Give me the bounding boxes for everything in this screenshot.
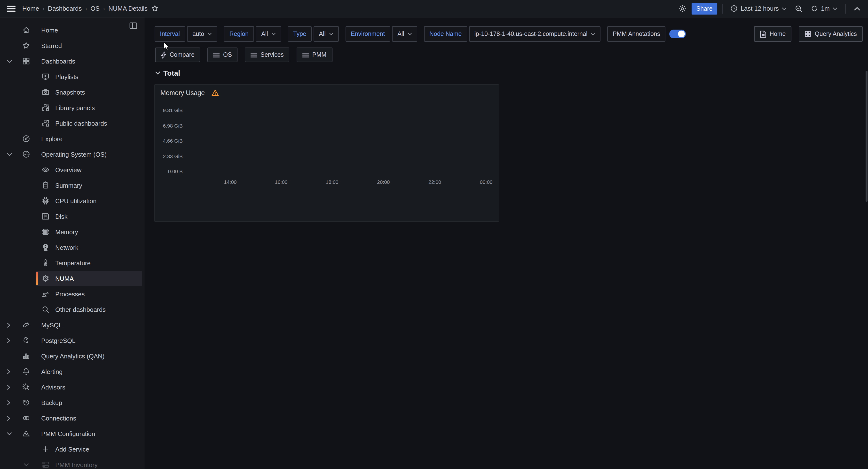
sidebar-item-overview[interactable]: Overview	[0, 162, 144, 177]
section-row-total[interactable]: Total	[155, 69, 180, 77]
top-nav: Home›Dashboards›OS›NUMA Details Share La…	[0, 0, 868, 18]
axis-tick-label: 14:00	[224, 179, 241, 185]
chevron-right-icon	[7, 415, 12, 421]
axis-tick-label: 6.98 GiB	[157, 122, 183, 128]
sidebar-item-label: Network	[55, 244, 78, 251]
sidebar-item-other-dashboards[interactable]: Other dashboards	[0, 302, 144, 317]
sidebar-item-starred[interactable]: Starred	[0, 38, 144, 53]
sidebar-item-query-analytics-qan[interactable]: Query Analytics (QAN)	[0, 348, 144, 364]
link-button-compare[interactable]: Compare	[155, 48, 200, 62]
pmm-annotations-toggle[interactable]	[669, 30, 686, 38]
thermometer-icon	[42, 259, 50, 267]
links-toolbar: CompareOSServicesPMM	[155, 48, 332, 62]
dashboard-links: HomeQuery Analytics	[754, 26, 863, 42]
zoom-out-icon[interactable]	[793, 2, 805, 15]
sidebar-item-mysql[interactable]: MySQL	[0, 317, 144, 333]
star-dashboard-icon[interactable]	[149, 2, 161, 15]
sidebar-item-operating-system-os[interactable]: Operating System (OS)	[0, 146, 144, 162]
sidebar-item-memory[interactable]: Memory	[0, 224, 144, 240]
variable-label-interval[interactable]: Interval	[155, 26, 185, 42]
postgres-icon	[22, 336, 30, 344]
sidebar-item-label: Alerting	[41, 368, 63, 375]
sidebar-item-snapshots[interactable]: Snapshots	[0, 84, 144, 100]
variable-value-type[interactable]: All	[314, 26, 339, 42]
sidebar-item-pmm-configuration[interactable]: PMM Configuration	[0, 426, 144, 441]
link-button-os[interactable]: OS	[208, 48, 238, 62]
inventory-icon	[42, 461, 50, 469]
breadcrumb-item[interactable]: NUMA Details	[108, 5, 148, 12]
variable-value-node-name[interactable]: ip-10-178-1-40.us-east-2.compute.interna…	[469, 26, 600, 42]
breadcrumb-item[interactable]: OS	[91, 5, 100, 12]
sidebar-item-numa[interactable]: NUMA	[0, 271, 144, 286]
menu-toggle-icon[interactable]	[5, 2, 18, 15]
sidebar-item-home[interactable]: Home	[0, 22, 144, 38]
clock-icon	[731, 5, 738, 12]
variable-label-environment[interactable]: Environment	[346, 26, 390, 42]
variable-label-type[interactable]: Type	[288, 26, 312, 42]
scrollbar-thumb[interactable]	[866, 71, 868, 202]
clipboard-icon	[42, 181, 50, 189]
refresh-picker[interactable]: 1m	[808, 4, 840, 12]
share-button[interactable]: Share	[691, 3, 717, 14]
sidebar-item-processes[interactable]: Processes	[0, 286, 144, 302]
variable-current-value: All	[319, 31, 326, 37]
sidebar-item-summary[interactable]: Summary	[0, 177, 144, 193]
sidebar-item-explore[interactable]: Explore	[0, 131, 144, 146]
sidebar-item-label: Advisors	[41, 383, 65, 391]
sidebar-item-playlists[interactable]: Playlists	[0, 69, 144, 84]
sidebar-item-temperature[interactable]: Temperature	[0, 255, 144, 271]
sidebar-item-pmm-inventory[interactable]: PMM Inventory	[0, 457, 144, 469]
sidebar-item-add-service[interactable]: Add Service	[0, 441, 144, 457]
sidebar-item-advisors[interactable]: Advisors	[0, 379, 144, 395]
query-analytics-button[interactable]: Query Analytics	[799, 26, 863, 42]
time-range-picker[interactable]: Last 12 hours	[727, 4, 789, 12]
home-icon	[22, 26, 30, 34]
dock-menu-icon[interactable]	[126, 22, 140, 30]
playlist-icon	[42, 73, 50, 81]
sidebar-item-label: Starred	[41, 42, 62, 49]
sidebar-item-backup[interactable]: Backup	[0, 395, 144, 410]
axis-tick-label: 0.00 B	[157, 168, 183, 174]
sidebar-item-public-dashboards[interactable]: Public dashboards	[0, 115, 144, 131]
sidebar-item-alerting[interactable]: Alerting	[0, 364, 144, 379]
home-dashboard-button[interactable]: Home	[754, 26, 792, 42]
axis-tick-label: 22:00	[428, 179, 446, 185]
variable-value-interval[interactable]: auto	[187, 26, 217, 42]
sidebar-item-label: PostgreSQL	[41, 337, 75, 344]
variable-value-environment[interactable]: All	[392, 26, 417, 42]
link-button-pmm[interactable]: PMM	[297, 48, 332, 62]
sidebar-item-label: Connections	[41, 414, 76, 422]
chevron-right-icon	[7, 338, 12, 343]
breadcrumb-item[interactable]: Dashboards	[48, 5, 82, 12]
breadcrumb: Home›Dashboards›OS›NUMA Details	[22, 5, 148, 12]
library-icon	[42, 119, 50, 127]
variable-label-node-name[interactable]: Node Name	[424, 26, 467, 42]
sidebar-item-postgresql[interactable]: PostgreSQL	[0, 333, 144, 348]
link-button-services[interactable]: Services	[245, 48, 289, 62]
sidebar-item-network[interactable]: Network	[0, 240, 144, 255]
kiosk-mode-icon[interactable]	[850, 2, 863, 15]
sidebar-item-dashboards[interactable]: Dashboards	[0, 53, 144, 69]
variable-current-value: ip-10-178-1-40.us-east-2.compute.interna…	[474, 31, 587, 37]
sidebar-item-cpu-utilization[interactable]: CPU utilization	[0, 193, 144, 209]
sidebar-menu: HomeStarredDashboardsPlaylistsSnapshotsL…	[0, 22, 144, 469]
breadcrumb-separator: ›	[85, 5, 87, 12]
variable-value-region[interactable]: All	[256, 26, 281, 42]
list-icon	[303, 52, 309, 57]
chevron-down-icon	[782, 7, 786, 10]
sidebar-item-connections[interactable]: Connections	[0, 410, 144, 426]
dashboard-settings-icon[interactable]	[676, 2, 689, 15]
sidebar-item-library-panels[interactable]: Library panels	[0, 100, 144, 115]
grafana-app: Home›Dashboards›OS›NUMA Details Share La…	[0, 0, 868, 469]
panel-title[interactable]: Memory Usage	[160, 89, 205, 96]
sidebar-item-disk[interactable]: Disk	[0, 209, 144, 224]
bell-icon	[22, 368, 30, 375]
plus-icon	[42, 445, 50, 453]
variable-label-region[interactable]: Region	[224, 26, 254, 42]
sidebar-item-label: MySQL	[41, 321, 62, 329]
breadcrumb-item[interactable]: Home	[22, 5, 39, 12]
chevron-down-icon	[208, 32, 212, 35]
pmm-annotations-label: PMM Annotations	[607, 26, 665, 42]
list-icon	[251, 52, 257, 57]
sidebar-item-label: Temperature	[55, 259, 91, 266]
